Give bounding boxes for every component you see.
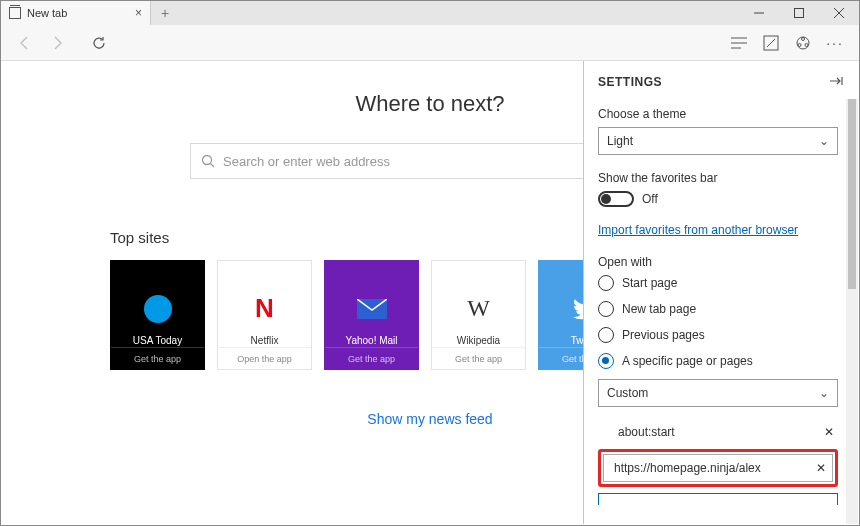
new-tab-button[interactable]: + <box>151 1 179 25</box>
open-with-select[interactable]: Custom ⌄ <box>598 379 838 407</box>
radio-icon <box>598 275 614 291</box>
tab-title: New tab <box>27 7 67 19</box>
refresh-button[interactable] <box>83 27 115 59</box>
svg-line-8 <box>767 39 775 47</box>
url-text: about:start <box>618 425 675 439</box>
tile-wikipedia[interactable]: W Wikipedia Get the app <box>431 260 526 370</box>
close-window-button[interactable] <box>819 1 859 25</box>
mail-icon <box>354 291 390 327</box>
favorites-toggle-state: Off <box>642 192 658 206</box>
svg-line-14 <box>211 164 215 168</box>
tile-name: Yahoo! Mail <box>341 335 401 346</box>
more-icon[interactable]: ··· <box>819 27 851 59</box>
tile-footer: Open the app <box>218 347 311 369</box>
window-titlebar: New tab × + <box>1 1 859 25</box>
radio-start-page[interactable]: Start page <box>598 275 838 291</box>
note-icon[interactable] <box>755 27 787 59</box>
svg-point-13 <box>203 156 212 165</box>
radio-label: Previous pages <box>622 328 705 342</box>
wikipedia-icon: W <box>461 291 497 327</box>
browser-toolbar: ··· <box>1 25 859 61</box>
url-text: https://homepage.ninja/alex <box>614 461 761 475</box>
show-feed-link[interactable]: Show my news feed <box>367 411 492 427</box>
netflix-icon: N <box>247 291 283 327</box>
tile-footer: Get the app <box>111 347 204 369</box>
import-favorites-link[interactable]: Import favorites from another browser <box>598 223 838 237</box>
radio-label: Start page <box>622 276 677 290</box>
tile-usa-today[interactable]: USA Today Get the app <box>110 260 205 370</box>
radio-icon <box>598 327 614 343</box>
theme-label: Choose a theme <box>598 107 838 121</box>
usa-today-icon <box>140 291 176 327</box>
settings-header: SETTINGS <box>598 73 844 91</box>
open-with-select-value: Custom <box>607 386 648 400</box>
tile-name: Netflix <box>247 335 283 346</box>
favorites-bar-label: Show the favorites bar <box>598 171 838 185</box>
radio-new-tab-page[interactable]: New tab page <box>598 301 838 317</box>
tile-netflix[interactable]: N Netflix Open the app <box>217 260 312 370</box>
radio-previous-pages[interactable]: Previous pages <box>598 327 838 343</box>
settings-title: SETTINGS <box>598 75 662 89</box>
svg-point-10 <box>802 37 805 40</box>
favorites-toggle[interactable] <box>598 191 634 207</box>
chevron-down-icon: ⌄ <box>819 134 829 148</box>
chevron-down-icon: ⌄ <box>819 386 829 400</box>
add-url-input[interactable] <box>598 493 838 505</box>
tile-footer: Get the app <box>432 347 525 369</box>
share-icon[interactable] <box>787 27 819 59</box>
remove-url-icon[interactable]: ✕ <box>824 425 834 439</box>
remove-url-icon[interactable]: ✕ <box>816 461 826 475</box>
tile-name: Wikipedia <box>453 335 504 346</box>
url-entry-about-start: about:start ✕ <box>598 421 838 443</box>
tile-name: USA Today <box>129 335 186 346</box>
pin-icon[interactable] <box>830 73 844 91</box>
settings-panel: SETTINGS Choose a theme Light ⌄ Show the… <box>583 61 858 524</box>
search-icon <box>201 154 215 168</box>
svg-point-11 <box>798 43 801 46</box>
search-placeholder: Search or enter web address <box>223 154 390 169</box>
svg-point-12 <box>805 43 808 46</box>
theme-value: Light <box>607 134 633 148</box>
radio-label: A specific page or pages <box>622 354 753 368</box>
page-icon <box>9 7 21 19</box>
theme-select[interactable]: Light ⌄ <box>598 127 838 155</box>
radio-specific-page[interactable]: A specific page or pages <box>598 353 838 369</box>
highlighted-url-entry: https://homepage.ninja/alex ✕ <box>598 449 838 487</box>
radio-icon <box>598 301 614 317</box>
svg-point-9 <box>797 37 809 49</box>
forward-button[interactable] <box>41 27 73 59</box>
reading-view-icon[interactable] <box>723 27 755 59</box>
radio-icon <box>598 353 614 369</box>
scrollbar[interactable] <box>846 99 858 524</box>
back-button[interactable] <box>9 27 41 59</box>
maximize-button[interactable] <box>779 1 819 25</box>
close-tab-icon[interactable]: × <box>135 6 142 20</box>
scrollbar-thumb[interactable] <box>848 99 856 289</box>
url-entry-custom[interactable]: https://homepage.ninja/alex ✕ <box>603 454 833 482</box>
minimize-button[interactable] <box>739 1 779 25</box>
tile-footer: Get the app <box>325 347 418 369</box>
browser-tab[interactable]: New tab × <box>1 1 151 25</box>
tile-yahoo-mail[interactable]: Yahoo! Mail Get the app <box>324 260 419 370</box>
svg-rect-1 <box>795 9 804 18</box>
radio-label: New tab page <box>622 302 696 316</box>
window-controls <box>739 1 859 25</box>
open-with-label: Open with <box>598 255 838 269</box>
